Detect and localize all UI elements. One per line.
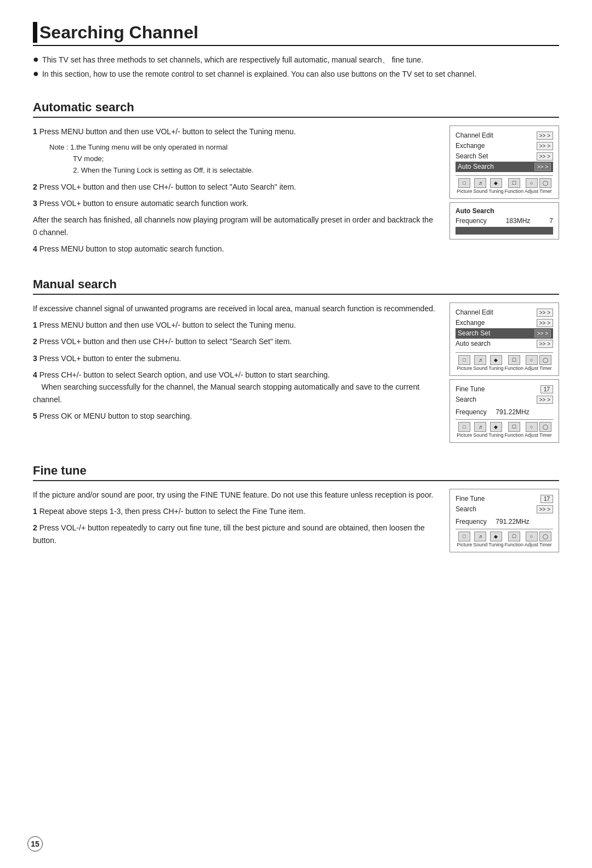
auto-step-3: 3 Press VOL+ button to ensure automatic …	[33, 197, 439, 209]
mft-tab-timer[interactable]: ◯ Timer	[539, 422, 552, 438]
ft-sound-icon: ♬	[474, 532, 486, 541]
mft-timer-icon: ◯	[539, 422, 551, 432]
mft-tab-function[interactable]: ☐ Function	[505, 422, 524, 438]
menu-row-search-set: Search Set >> >	[456, 151, 553, 162]
manual-step-3: 3 Press VOL+ button to enter the submenu…	[33, 352, 439, 364]
sound-icon: ♬	[474, 178, 486, 188]
manual-tab-tuning[interactable]: ◆ Tuning	[488, 355, 503, 371]
intro-bullet-2: ● In this section, how to use the remote…	[33, 68, 559, 80]
manual-menu-row-auto-search: Auto search >> >	[456, 339, 553, 349]
ft-adjust-icon: ○	[526, 532, 538, 541]
mft-adjust-icon: ○	[526, 422, 538, 432]
manual-sound-icon: ♬	[474, 355, 486, 365]
manual-function-icon: ☐	[508, 355, 520, 365]
auto-menu-tab-bar: □ Picture ♬ Sound ◆ Tuning ☐ Function ○	[456, 175, 553, 194]
ft-tab-picture[interactable]: □ Picture	[457, 532, 472, 547]
auto-after-search: After the search has finished, all chann…	[33, 214, 439, 238]
ft-fine-tune-row: Fine Tune 17	[456, 494, 553, 504]
auto-diagrams: Channel Edit >> > Exchange >> > Search S…	[449, 125, 559, 243]
auto-search-diag-title: Auto Search	[456, 207, 553, 215]
fine-tune-text: If the picture and/or sound are poor, tr…	[33, 489, 439, 551]
manual-adjust-icon: ○	[526, 355, 538, 365]
menu-row-exchange: Exchange >> >	[456, 141, 553, 151]
manual-search-text: If excessive channel signal of unwanted …	[33, 302, 439, 427]
ft-freq-row: Frequency 791.22MHz	[456, 518, 553, 526]
menu-row-auto-search-selected: Auto Search >> >	[456, 162, 553, 172]
manual-menu-tab-bar: □ Picture ♬ Sound ◆ Tuning ☐ Function ○	[456, 352, 553, 371]
manual-tab-adjust[interactable]: ○ Adjust	[525, 355, 538, 371]
fine-tune-step-1: 1 Repeat above steps 1-3, then press CH+…	[33, 505, 439, 517]
tab-adjust[interactable]: ○ Adjust	[525, 178, 538, 194]
mft-tab-tuning[interactable]: ◆ Tuning	[488, 422, 503, 438]
ft-tab-sound[interactable]: ♬ Sound	[473, 532, 487, 547]
mft-tab-picture[interactable]: □ Picture	[457, 422, 472, 438]
tab-timer[interactable]: ◯ Timer	[539, 178, 552, 194]
intro-bullet-1: ● This TV set has three methods to set c…	[33, 54, 559, 66]
function-icon: ☐	[508, 178, 520, 188]
mft-picture-icon: □	[458, 422, 470, 432]
auto-search-progress-diagram: Auto Search Frequency 183MHz 7	[449, 202, 559, 239]
mft-tuning-icon: ◆	[490, 422, 502, 432]
title-text: Searching Channel	[39, 22, 198, 43]
manual-tuning-icon: ◆	[490, 355, 502, 365]
auto-step-4: 4 Press MENU button to stop automatic se…	[33, 243, 439, 255]
ft-tuning-icon: ◆	[490, 532, 502, 541]
mft-function-icon: ☐	[508, 422, 520, 432]
tab-picture[interactable]: □ Picture	[457, 178, 472, 194]
fine-tune-content: If the picture and/or sound are poor, tr…	[33, 489, 559, 556]
page-title: Searching Channel	[33, 22, 559, 43]
manual-tab-picture[interactable]: □ Picture	[457, 355, 472, 371]
auto-step-2: 2 Press VOL+ button and then use CH+/- b…	[33, 181, 439, 193]
fine-tune-intro: If the picture and/or sound are poor, tr…	[33, 489, 439, 501]
mft-tab-adjust[interactable]: ○ Adjust	[525, 422, 538, 438]
ft-tab-function[interactable]: ☐ Function	[505, 532, 524, 547]
manual-step-2: 2 Press VOL+ button and then use CH+/- b…	[33, 335, 439, 347]
manual-menu-diagram: Channel Edit >> > Exchange >> > Search S…	[449, 302, 559, 376]
mft-sound-icon: ♬	[474, 422, 486, 432]
title-divider	[33, 45, 559, 46]
manual-menu-row-exchange: Exchange >> >	[456, 318, 553, 328]
mft-tab-sound[interactable]: ♬ Sound	[473, 422, 487, 438]
manual-tab-timer[interactable]: ◯ Timer	[539, 355, 552, 371]
manual-timer-icon: ◯	[539, 355, 551, 365]
auto-menu-diagram: Channel Edit >> > Exchange >> > Search S…	[449, 125, 559, 199]
page-number: 15	[27, 836, 43, 852]
manual-search-content: If excessive channel signal of unwanted …	[33, 302, 559, 446]
auto-search-progress-bar	[456, 227, 553, 235]
manual-step-1: 1 Press MENU button and then use VOL+/- …	[33, 319, 439, 331]
menu-row-channel-edit: Channel Edit >> >	[456, 130, 553, 141]
ft-tab-bar: □ Picture ♬ Sound ◆ Tuning ☐ Function ○	[456, 529, 553, 547]
manual-ft-tab-bar: □ Picture ♬ Sound ◆ Tuning ☐ Function ○	[456, 419, 553, 438]
fine-tune-section-diagram: Fine Tune 17 Search >> > Frequency 791.2…	[449, 489, 559, 552]
fine-tune-step-2: 2 Press VOL-/+ button repeatedly to carr…	[33, 522, 439, 546]
manual-fine-tune-row: Fine Tune 17	[456, 384, 553, 395]
manual-intro: If excessive channel signal of unwanted …	[33, 302, 439, 315]
ft-tab-timer[interactable]: ◯ Timer	[539, 532, 552, 547]
tab-function[interactable]: ☐ Function	[505, 178, 524, 194]
tab-sound[interactable]: ♬ Sound	[473, 178, 487, 194]
automatic-search-text: 1 Press MENU button and then use VOL+/- …	[33, 125, 439, 260]
fine-tune-diagrams: Fine Tune 17 Search >> > Frequency 791.2…	[449, 489, 559, 556]
manual-menu-row-search-set-selected: Search Set >> >	[456, 328, 553, 339]
manual-fine-tune-diagram: Fine Tune 17 Search >> > Frequency 791.2…	[449, 379, 559, 443]
manual-menu-row-channel-edit: Channel Edit >> >	[456, 307, 553, 318]
ft-timer-icon: ◯	[539, 532, 551, 541]
auto-step-1: 1 Press MENU button and then use VOL+/- …	[33, 125, 439, 138]
title-bar-decoration	[33, 22, 37, 43]
fine-tune-title: Fine tune	[33, 464, 559, 481]
manual-freq-row: Frequency 791.22MHz	[456, 408, 553, 416]
manual-step-4: 4 Press CH+/- button to select Search op…	[33, 369, 439, 406]
manual-search-title: Manual search	[33, 277, 559, 295]
ft-tab-adjust[interactable]: ○ Adjust	[525, 532, 538, 547]
automatic-search-content: 1 Press MENU button and then use VOL+/- …	[33, 125, 559, 260]
ft-function-icon: ☐	[508, 532, 520, 541]
tab-tuning[interactable]: ◆ Tuning	[488, 178, 503, 194]
manual-step-5: 5 Press OK or MENU button to stop search…	[33, 410, 439, 422]
auto-search-freq-row: Frequency 183MHz 7	[456, 217, 553, 225]
automatic-search-title: Automatic search	[33, 100, 559, 118]
manual-tab-function[interactable]: ☐ Function	[505, 355, 524, 371]
ft-tab-tuning[interactable]: ◆ Tuning	[488, 532, 503, 547]
manual-tab-sound[interactable]: ♬ Sound	[473, 355, 487, 371]
manual-diagrams: Channel Edit >> > Exchange >> > Search S…	[449, 302, 559, 446]
ft-search-row: Search >> >	[456, 504, 553, 515]
